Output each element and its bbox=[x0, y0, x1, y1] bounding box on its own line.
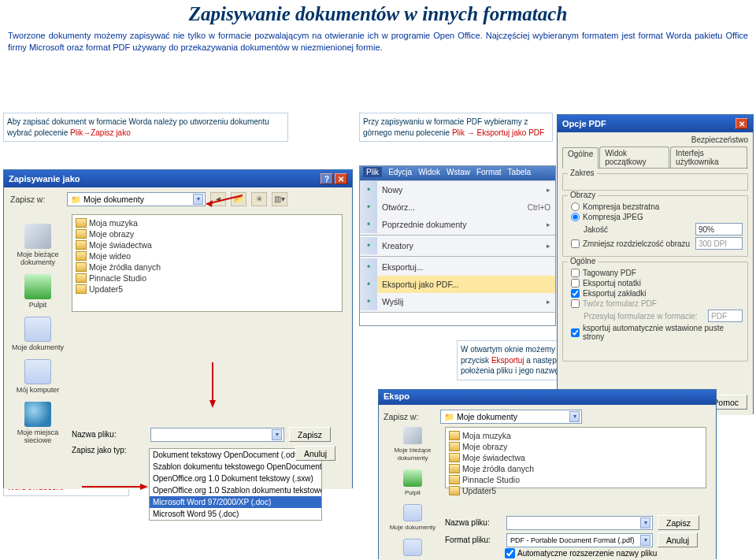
folder-item[interactable]: Moje wideo bbox=[75, 250, 339, 261]
exp-place-mydocs[interactable]: Moje dokumenty bbox=[384, 504, 442, 531]
filename-label: Nazwa pliku: bbox=[72, 430, 146, 439]
cb-formularz[interactable]: Twórz formularz PDF bbox=[568, 299, 743, 308]
format-row: Przesyłaj formularze w formacie:PDF bbox=[568, 310, 743, 322]
exp-place-desktop[interactable]: Pulpit bbox=[384, 469, 442, 496]
menu-item[interactable]: •Poprzednie dokumenty▸ bbox=[360, 216, 555, 233]
savein-combo[interactable]: 📁 Moje dokumenty▾ bbox=[67, 192, 206, 206]
folder-item[interactable]: Moje świadectwa bbox=[75, 239, 339, 250]
type-option[interactable]: OpenOffice.org 1.0 Dokument tekstowy (.s… bbox=[150, 473, 321, 484]
intro-text: Tworzone dokumenty możemy zapisywać nie … bbox=[0, 30, 756, 61]
type-option[interactable]: Microsoft Word 97/2000/XP (.doc) bbox=[150, 496, 321, 508]
export-dialog: Ekspo Zapisz w: 📁 Moje dokumenty▾ Moje b… bbox=[378, 389, 717, 559]
close-icon[interactable]: ✕ bbox=[736, 118, 748, 129]
pdf-tabs[interactable]: Ogólne Widok początkowy Interfejs użytko… bbox=[562, 146, 748, 169]
security-label: Bezpieczeństwo bbox=[562, 135, 748, 144]
jakosc-field[interactable]: 90% bbox=[695, 223, 743, 235]
folder-item[interactable]: Moje obrazy bbox=[448, 441, 703, 452]
menu-item[interactable]: •Nowy▸ bbox=[360, 181, 555, 198]
pdf-titlebar: Opcje PDF✕ bbox=[558, 115, 753, 132]
folder-item[interactable]: Moje świadectwa bbox=[448, 452, 703, 463]
place-mycomp[interactable]: Mój komputer bbox=[9, 359, 67, 394]
exp-place-mycomp[interactable]: Mój komputer bbox=[384, 539, 442, 560]
cb-autoext[interactable]: Automatyczne rozszerzenie nazwy pliku bbox=[505, 548, 657, 558]
menu-item[interactable]: •Otwórz...Ctrl+O bbox=[360, 198, 555, 216]
folder-item[interactable]: Moje źródła danych bbox=[448, 463, 703, 474]
cb-notatki[interactable]: Eksportuj notatki bbox=[568, 279, 743, 287]
group-ogolne: Ogólne bbox=[568, 257, 598, 265]
group-zakres: Zakres bbox=[568, 169, 597, 177]
group-obrazy: Obrazy bbox=[568, 191, 598, 199]
type-option[interactable]: Microsoft Word 95 (.doc) bbox=[150, 508, 321, 520]
page-title: Zapisywanie dokumentów w innych formatac… bbox=[0, 0, 756, 30]
newfolder-icon[interactable]: ✳ bbox=[251, 192, 267, 206]
menubar-item[interactable]: Edycja bbox=[388, 168, 412, 179]
folder-item[interactable]: Updater5 bbox=[448, 485, 703, 496]
menu-item[interactable]: •Kreatory▸ bbox=[360, 237, 555, 254]
help-icon[interactable]: ?✕ bbox=[321, 173, 347, 184]
saveas-dialog: Zapisywanie jako ?✕ Zapisz w: 📁 Moje dok… bbox=[3, 169, 353, 488]
cb-tagowany[interactable]: Tagowany PDF bbox=[568, 269, 743, 277]
exp-place-recent[interactable]: Moje bieżące dokumenty bbox=[384, 427, 442, 462]
folder-item[interactable]: Pinnacle Studio bbox=[75, 273, 339, 284]
folder-item[interactable]: Moje źródła danych bbox=[75, 261, 339, 273]
saveas-titlebar: Zapisywanie jako ?✕ bbox=[4, 170, 352, 187]
places-bar: Moje bieżące dokumenty Pulpit Moje dokum… bbox=[9, 224, 67, 444]
pdf-options-dialog: Opcje PDF✕ Bezpieczeństwo Ogólne Widok p… bbox=[557, 114, 754, 414]
tab-widok[interactable]: Widok początkowy bbox=[599, 146, 669, 168]
close-icon[interactable]: ✕ bbox=[335, 173, 347, 184]
menubar-item[interactable]: Widok bbox=[418, 168, 440, 179]
exp-places-bar: Moje bieżące dokumenty Pulpit Moje dokum… bbox=[384, 427, 442, 560]
exp-cancel-button[interactable]: Anuluj bbox=[658, 532, 698, 547]
cb-zakladki[interactable]: Eksportuj zakładki bbox=[568, 289, 743, 298]
folder-item[interactable]: Moje obrazy bbox=[75, 228, 339, 239]
exp-save-button[interactable]: Zapisz bbox=[658, 515, 699, 530]
menubar-item[interactable]: Tabela bbox=[508, 168, 531, 179]
jakosc-row: Jakość90% bbox=[568, 223, 743, 235]
menubar-item[interactable]: Plik bbox=[363, 168, 382, 179]
folder-item[interactable]: Pinnacle Studio bbox=[448, 474, 703, 485]
callout-2: Przy zapisywaniu w formacie PDF wybieram… bbox=[359, 113, 553, 142]
place-mydocs[interactable]: Moje dokumenty bbox=[9, 317, 67, 351]
exp-name-label: Nazwa pliku: bbox=[445, 518, 502, 527]
exp-file-list[interactable]: Moja muzykaMoje obrazyMoje świadectwaMoj… bbox=[445, 427, 706, 488]
filename-combo[interactable]: ▾ bbox=[150, 428, 284, 442]
filetype-label: Zapisz jako typ: bbox=[72, 446, 126, 454]
menu-item[interactable]: •Eksportuj... bbox=[360, 258, 555, 276]
menu-item[interactable]: •Eksportuj jako PDF... bbox=[360, 276, 555, 293]
tab-ogolne[interactable]: Ogólne bbox=[562, 147, 598, 169]
exp-name-combo[interactable]: ▾ bbox=[506, 516, 653, 530]
place-recent[interactable]: Moje bieżące dokumenty bbox=[9, 224, 67, 266]
folder-item[interactable]: Moja muzyka bbox=[75, 217, 339, 228]
tab-interfejs[interactable]: Interfejs użytkownika bbox=[670, 146, 747, 168]
cancel-button[interactable]: Anuluj bbox=[295, 446, 335, 461]
exp-savein-combo[interactable]: 📁 Moje dokumenty▾ bbox=[440, 410, 582, 424]
save-button[interactable]: Zapisz bbox=[289, 427, 331, 442]
up-icon[interactable]: 📂 bbox=[231, 192, 246, 206]
app-menu: PlikEdycjaWidokWstawFormatTabela •Nowy▸•… bbox=[359, 165, 556, 326]
exp-type-combo[interactable]: PDF - Portable Document Format (.pdf)▾ bbox=[506, 533, 653, 547]
type-option[interactable]: OpenOffice.org 1.0 Szablon dokumentu tek… bbox=[150, 484, 321, 496]
cb-rozdzielczosc[interactable]: Zmniejsz rozdzielczość obrazu300 DPI bbox=[568, 237, 743, 250]
file-menu-dropdown[interactable]: •Nowy▸•Otwórz...Ctrl+O•Poprzednie dokume… bbox=[360, 180, 555, 313]
radio-bezstratna[interactable]: Kompresja bezstratna bbox=[568, 202, 743, 211]
menubar[interactable]: PlikEdycjaWidokWstawFormatTabela bbox=[360, 166, 555, 180]
folder-item[interactable]: Moja muzyka bbox=[448, 430, 703, 441]
place-desktop[interactable]: Pulpit bbox=[9, 274, 67, 309]
exp-savein-label: Zapisz w: bbox=[384, 412, 435, 421]
back-icon[interactable]: ◄ bbox=[210, 192, 226, 206]
place-network[interactable]: Moje miejsca sieciowe bbox=[9, 402, 67, 444]
view-icon[interactable]: ▥▾ bbox=[272, 192, 287, 206]
exp-type-label: Format pliku: bbox=[445, 536, 502, 544]
dpi-field[interactable]: 300 DPI bbox=[695, 237, 743, 250]
savein-label: Zapisz w: bbox=[10, 195, 62, 204]
radio-jpeg[interactable]: Kompresja JPEG bbox=[568, 213, 743, 221]
menubar-item[interactable]: Format bbox=[476, 168, 502, 179]
cb-autopuste[interactable]: ksportuj automatycznie wstawione puste s… bbox=[568, 324, 743, 341]
file-list[interactable]: Moja muzykaMoje obrazyMoje świadectwaMoj… bbox=[72, 214, 343, 312]
type-option[interactable]: Szablon dokumentu tekstowego OpenDocumen… bbox=[150, 461, 321, 473]
menu-item[interactable]: •Wyślij▸ bbox=[360, 293, 555, 310]
callout-1: Aby zapisać dokument w formacie Worda na… bbox=[3, 113, 288, 142]
menubar-item[interactable]: Wstaw bbox=[447, 168, 470, 179]
export-titlebar: Ekspo bbox=[379, 390, 716, 405]
folder-item[interactable]: Updater5 bbox=[75, 284, 339, 295]
